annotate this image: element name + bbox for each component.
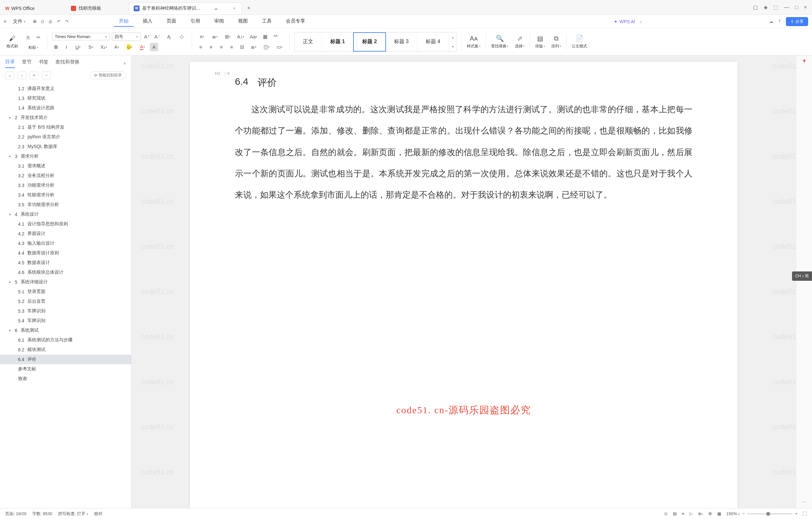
status-page[interactable]: 页面: 18/20 [5, 511, 26, 517]
style-heading2[interactable]: 标题 2 [353, 32, 386, 52]
toc-item[interactable]: 致谢 [0, 374, 131, 384]
zoom-value[interactable]: 150% ▾ [726, 511, 740, 516]
toc-item[interactable]: 4.4数据库设计原则 [0, 248, 131, 258]
strikethrough-button[interactable]: S▾ [85, 43, 96, 51]
more-icon[interactable]: ⋯ [802, 499, 806, 504]
align-distribute-button[interactable]: ⊟ [238, 43, 246, 51]
toc-item[interactable]: 2.3MySQL 数据库 [0, 142, 131, 152]
toc-item[interactable]: ▾2开发技术简介 [0, 113, 131, 122]
clear-format-button[interactable]: ◇ [176, 32, 187, 41]
winbtn-c[interactable]: ⬚ [773, 4, 778, 10]
status-view-5[interactable]: ⊕▾ [698, 511, 703, 516]
line-spacing-button[interactable]: A↕▾ [235, 32, 246, 41]
style-up-button[interactable]: ▴ [449, 32, 457, 42]
toc-item[interactable]: 1.4系统设计思路 [0, 103, 131, 113]
format-painter-button[interactable]: 🖌 格式刷 [3, 30, 21, 54]
align-left-button[interactable]: ≡ [197, 43, 205, 51]
toc-item[interactable]: 4.1设计指导思想和原则 [0, 219, 131, 229]
upload-icon[interactable]: ⤒ [778, 19, 781, 24]
pin-icon[interactable]: 📍 [802, 59, 807, 64]
copy-button[interactable]: ⎘ [24, 33, 32, 42]
maximize-button[interactable]: □ [795, 4, 798, 10]
status-view-6[interactable]: ⚙ [708, 511, 712, 516]
find-replace-button[interactable]: 🔍 查找替换▾ [488, 30, 512, 54]
toc-item[interactable]: 1.3研究现状 [0, 93, 131, 103]
tab-add-button[interactable]: + [243, 3, 255, 14]
toc-item[interactable]: 2.1基于 B/S 结构开发 [0, 122, 131, 132]
menu-page[interactable]: 页面 [162, 16, 181, 27]
phonetic-button[interactable]: Ą [163, 32, 174, 41]
menu-view[interactable]: 视图 [233, 16, 253, 27]
menu-review[interactable]: 审阅 [209, 16, 229, 27]
bullets-button[interactable]: ≡▾ [197, 32, 207, 41]
style-heading1[interactable]: 标题 1 [322, 32, 353, 51]
hamburger-icon[interactable]: ≡ [4, 19, 6, 24]
qat-redo[interactable]: ↷ [65, 19, 69, 24]
zoom-in-button[interactable]: + [795, 511, 798, 516]
paste-button[interactable]: 粘贴▾ [24, 44, 42, 50]
toc-item[interactable]: ▾3需求分析 [0, 152, 131, 161]
cloud-sync-icon[interactable]: ☁ [769, 19, 773, 24]
qat-undo[interactable]: ↶ [57, 19, 61, 24]
minimize-button[interactable]: — [784, 4, 789, 10]
fullscreen-button[interactable]: ⛶ [803, 511, 807, 516]
toc-item[interactable]: 6.2模块测试 [0, 345, 131, 355]
sidebar-tab-find[interactable]: 查找和替换 [55, 59, 80, 68]
menu-start[interactable]: 开始 [114, 16, 134, 27]
tab-home[interactable]: W WPS Office [1, 3, 65, 14]
status-view-7[interactable]: ▦ [717, 511, 721, 516]
toc-item[interactable]: 5.4车牌识别 [0, 316, 131, 326]
toc-item[interactable]: 3.2业务流程分析 [0, 171, 131, 181]
italic-button[interactable]: I [62, 43, 70, 51]
layout-button[interactable]: ▤ 排版▾ [532, 30, 548, 54]
document-area[interactable]: code51.cncode51.cncode51.cncode51.cncode… [132, 55, 796, 508]
file-menu[interactable]: 文件▾ [10, 17, 29, 26]
sidebar-tab-sections[interactable]: 章节 [22, 59, 32, 68]
qat-print-preview[interactable]: ⎙ [41, 19, 44, 24]
toc-item[interactable]: 4.2界面设计 [0, 229, 131, 239]
menu-tools[interactable]: 工具 [257, 16, 277, 27]
bold-button[interactable]: B [52, 43, 60, 51]
arrange-button[interactable]: ⧉ 排列▾ [548, 30, 564, 54]
status-proof[interactable]: 校对 [94, 511, 103, 517]
smart-toc-button[interactable]: ⟳ 智能识别目录 [90, 71, 126, 79]
toc-item[interactable]: 参考文献 [0, 364, 131, 374]
qat-print[interactable]: 🖨 [48, 19, 53, 24]
toc-item[interactable]: 4.5数据表设计 [0, 258, 131, 268]
toc-item[interactable]: 3.4性能需求分析 [0, 190, 131, 200]
char-border-button[interactable]: ᴬᴬ [271, 32, 280, 41]
sidebar-close-button[interactable]: × [123, 61, 126, 66]
toc-item[interactable]: ▾6系统测试 [0, 326, 131, 335]
tab-close-button[interactable]: × [232, 6, 237, 11]
grow-font-button[interactable]: A⁺ [143, 32, 151, 41]
toc-item[interactable]: 6.4评价 [0, 355, 131, 364]
change-case-button[interactable]: Aa▾ [248, 32, 259, 41]
sidebar-tab-bookmarks[interactable]: 书签 [39, 59, 48, 68]
toc-item[interactable]: 5.2后台首页 [0, 297, 131, 306]
menu-member[interactable]: 会员专享 [281, 16, 310, 27]
toc-item[interactable]: ▾5系统详细设计 [0, 277, 131, 287]
status-view-1[interactable]: ⊙ [664, 511, 668, 516]
winbtn-b[interactable]: ◈ [764, 4, 767, 10]
status-view-2[interactable]: ▤ [673, 511, 677, 516]
menu-references[interactable]: 引用 [185, 16, 205, 27]
shading-button[interactable]: ◫▾ [261, 43, 272, 51]
align-center-button[interactable]: ≡ [207, 43, 215, 51]
sidebar-tab-toc[interactable]: 目录 [5, 59, 15, 68]
style-normal[interactable]: 正文 [294, 32, 322, 51]
toc-remove-button[interactable]: − [42, 72, 51, 79]
cut-button[interactable]: ✂ [34, 33, 42, 42]
toc-prev-button[interactable]: ‹ [18, 72, 26, 79]
toc-item[interactable]: 3.1需求概述 [0, 161, 131, 171]
menu-insert[interactable]: 插入 [138, 16, 157, 27]
font-size-select[interactable]: 四号▾ [112, 32, 141, 41]
multilevel-button[interactable]: ⊞▾ [222, 32, 233, 41]
toc-item[interactable]: 4.3输入输出设计 [0, 239, 131, 248]
numbering-button[interactable]: ≣▾ [209, 32, 221, 41]
highlight-button[interactable]: ⎉▾ [124, 43, 135, 51]
wps-ai-button[interactable]: ✦ WPS AI [614, 19, 635, 24]
toc-item[interactable]: 4.6系统模块总体设计 [0, 268, 131, 277]
style-heading4[interactable]: 标题 4 [417, 32, 449, 51]
toc-item[interactable]: 6.1系统测试的方法与步骤 [0, 335, 131, 345]
toc-item[interactable]: 5.1登录页面 [0, 287, 131, 297]
